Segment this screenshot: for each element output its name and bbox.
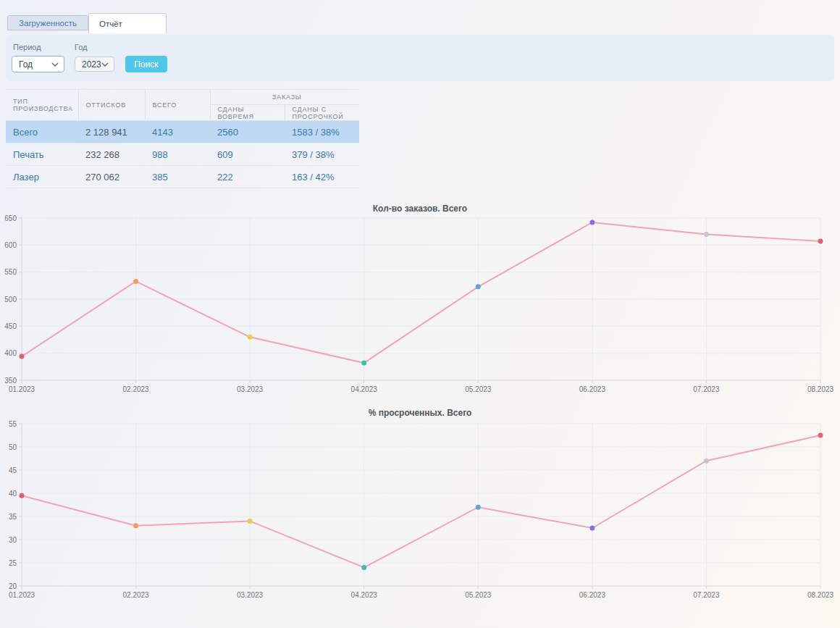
svg-text:40: 40 [9, 490, 17, 498]
svg-text:35: 35 [9, 513, 17, 521]
svg-text:03.2023: 03.2023 [237, 591, 264, 599]
cell-overdue: 379 / 38% [285, 143, 359, 166]
svg-text:400: 400 [4, 349, 17, 357]
cell-type: Лазер [6, 166, 78, 188]
table-row-total[interactable]: Всего 2 128 941 4143 2560 1583 / 38% [6, 121, 359, 143]
svg-text:50: 50 [9, 443, 17, 451]
svg-text:25: 25 [9, 559, 17, 567]
production-table: ТИП ПРОИЗВОДСТВА ОТТИСКОВ ВСЕГО ЗАКАЗЫ С… [6, 89, 359, 188]
col-orders-group: ЗАКАЗЫ [210, 90, 359, 105]
cell-total: 4143 [145, 121, 210, 143]
col-on-time: СДАНЫ ВОВРЕМЯ [210, 105, 285, 121]
cell-total: 385 [145, 166, 210, 188]
table-row-print[interactable]: Печать 232 268 988 609 379 / 38% [6, 143, 359, 166]
period-select[interactable]: Год [12, 56, 64, 72]
tab-report-label: Отчёт [99, 20, 122, 28]
filter-panel: Период Год Год 2023 Поиск [6, 35, 834, 81]
orders-chart: 35040045050055060065001.202302.202303.20… [0, 213, 840, 395]
tab-workload-label: Загруженность [19, 19, 77, 28]
chevron-down-icon [51, 62, 59, 67]
chevron-down-icon [101, 62, 109, 67]
svg-text:01.2023: 01.2023 [9, 591, 35, 599]
cell-on-time: 2560 [210, 121, 285, 143]
svg-text:04.2023: 04.2023 [351, 385, 378, 393]
cell-prints: 270 062 [78, 166, 145, 188]
svg-text:55: 55 [9, 420, 17, 428]
svg-text:02.2023: 02.2023 [123, 591, 150, 599]
cell-overdue: 1583 / 38% [285, 121, 359, 143]
svg-text:01.2023: 01.2023 [9, 385, 35, 393]
cell-type: Печать [6, 143, 78, 166]
col-overdue: СДАНЫ С ПРОСРОЧКОЙ [285, 105, 359, 121]
cell-on-time: 222 [210, 166, 285, 188]
svg-text:06.2023: 06.2023 [579, 385, 606, 393]
svg-text:03.2023: 03.2023 [237, 385, 264, 393]
svg-text:600: 600 [4, 241, 17, 249]
svg-text:450: 450 [4, 322, 17, 330]
svg-text:08.2023: 08.2023 [807, 385, 834, 393]
svg-text:500: 500 [4, 296, 17, 303]
year-label: Год [75, 43, 88, 51]
cell-prints: 2 128 941 [78, 121, 145, 143]
period-select-value: Год [19, 59, 33, 70]
svg-text:20: 20 [9, 582, 17, 590]
tab-report[interactable]: Отчёт [88, 13, 167, 33]
search-button[interactable]: Поиск [125, 56, 167, 72]
cell-type: Всего [6, 121, 78, 143]
col-prints: ОТТИСКОВ [78, 90, 145, 121]
period-label: Период [13, 43, 41, 51]
svg-text:45: 45 [9, 466, 17, 474]
overdue-chart-title: % просроченных. Всего [0, 408, 840, 418]
col-total: ВСЕГО [145, 90, 210, 121]
tab-workload[interactable]: Загруженность [7, 15, 88, 30]
cell-total: 988 [145, 143, 210, 166]
svg-text:05.2023: 05.2023 [465, 385, 492, 393]
orders-chart-title: Кол-во заказов. Всего [0, 204, 840, 214]
svg-text:07.2023: 07.2023 [693, 385, 720, 393]
svg-text:02.2023: 02.2023 [123, 385, 150, 393]
cell-overdue: 163 / 42% [285, 166, 359, 188]
cell-prints: 232 268 [78, 143, 145, 166]
svg-text:550: 550 [4, 268, 17, 276]
svg-text:350: 350 [4, 377, 17, 385]
table-row-laser[interactable]: Лазер 270 062 385 222 163 / 42% [6, 166, 359, 188]
svg-text:650: 650 [4, 214, 17, 222]
svg-text:04.2023: 04.2023 [351, 591, 378, 599]
year-select[interactable]: 2023 [75, 56, 114, 72]
svg-text:05.2023: 05.2023 [465, 591, 492, 599]
svg-text:30: 30 [9, 536, 17, 544]
col-production-type: ТИП ПРОИЗВОДСТВА [6, 90, 78, 121]
year-select-value: 2023 [82, 59, 101, 70]
svg-text:07.2023: 07.2023 [693, 591, 720, 599]
cell-on-time: 609 [210, 143, 285, 166]
svg-text:06.2023: 06.2023 [579, 591, 606, 599]
svg-text:08.2023: 08.2023 [807, 591, 834, 599]
overdue-chart: 202530354045505501.202302.202303.202304.… [0, 419, 840, 601]
